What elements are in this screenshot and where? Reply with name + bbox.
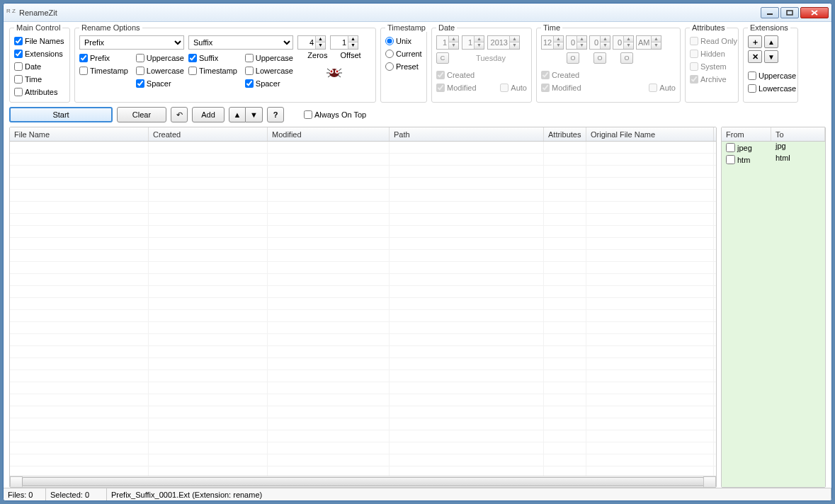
ext-row[interactable]: jpegjpg [722,142,825,154]
maximize-button[interactable] [780,7,799,18]
time-created-check[interactable]: Created [541,69,676,81]
main-control-file-names[interactable]: File Names [14,35,65,47]
time-ms-spinner[interactable]: ▲▼ [613,35,634,50]
prefix-case-lowercase[interactable]: Lowercase [136,65,184,76]
ext-row[interactable]: htmhtml [722,154,825,166]
table-row[interactable] [10,262,716,274]
add-button[interactable]: Add [192,107,225,122]
col-path[interactable]: Path [390,127,544,141]
table-row[interactable] [10,190,716,202]
ext-add-button[interactable]: ＋ [748,35,762,48]
date-created-check[interactable]: Created [436,69,527,81]
table-row[interactable] [10,322,716,334]
ext-col-to[interactable]: To [771,127,825,141]
close-button[interactable] [800,7,829,18]
minimize-button[interactable] [761,7,779,18]
help-button[interactable]: ? [267,107,284,122]
horizontal-scrollbar[interactable] [10,476,716,487]
table-row[interactable] [10,346,716,358]
attr-system[interactable]: System [690,61,734,72]
table-row[interactable] [10,442,716,454]
table-row[interactable] [10,286,716,298]
time-s-spinner[interactable]: ▲▼ [589,35,610,50]
extensions-grid[interactable]: From To jpegjpg htmhtml [721,127,826,488]
date-day-spinner[interactable]: ▲▼ [462,35,484,50]
date-month-spinner[interactable]: ▲▼ [436,35,459,50]
time-modified-check[interactable]: Modified [541,82,581,93]
titlebar[interactable]: R Z RenameZit [4,4,831,22]
time-auto-check[interactable]: Auto [649,82,676,93]
date-c-button[interactable]: C [436,52,449,64]
timestamp-current[interactable]: Current [385,48,422,59]
table-row[interactable] [10,250,716,262]
table-row[interactable] [10,466,716,476]
prefix-combo[interactable]: Prefix [79,35,184,50]
table-row[interactable] [10,418,716,430]
col-file-name[interactable]: File Name [10,127,149,141]
prefix-prefix[interactable]: Prefix [79,52,132,64]
main-control-date[interactable]: Date [14,61,65,72]
col-original-file-name[interactable]: Original File Name [586,127,714,141]
ext-col-from[interactable]: From [722,127,771,141]
ext-down-button[interactable]: ▼ [764,50,778,63]
time-h-spinner[interactable]: ▲▼ [541,35,564,50]
always-on-top-check[interactable]: Always On Top [304,109,366,120]
table-row[interactable] [10,154,716,166]
date-year-spinner[interactable]: ▲▼ [487,35,520,50]
date-modified-check[interactable]: Modified [436,82,477,93]
table-row[interactable] [10,358,716,370]
main-control-time[interactable]: Time [14,74,65,85]
prefix-case-spacer[interactable]: Spacer [136,78,184,89]
attr-read-only[interactable]: Read Only [690,35,734,47]
table-row[interactable] [10,334,716,346]
suffix-combo[interactable]: Suffix [188,35,293,50]
col-attributes[interactable]: Attributes [544,127,586,141]
ext-uppercase-check[interactable]: Uppercase [748,70,793,81]
table-row[interactable] [10,226,716,238]
time-o2-button[interactable]: O [593,52,606,64]
move-down-button[interactable]: ▼ [246,107,263,122]
ext-remove-button[interactable]: ✕ [748,50,762,63]
move-up-button[interactable]: ▲ [229,107,246,122]
table-row[interactable] [10,394,716,406]
table-row[interactable] [10,274,716,286]
attr-archive[interactable]: Archive [690,74,734,85]
table-row[interactable] [10,142,716,154]
zeros-spinner[interactable]: ▲▼ [297,35,326,50]
time-o3-button[interactable]: O [620,52,633,64]
table-row[interactable] [10,454,716,466]
ext-up-button[interactable]: ▲ [764,35,778,48]
table-row[interactable] [10,298,716,310]
time-ampm-spinner[interactable]: ▲▼ [636,35,661,50]
time-o1-button[interactable]: O [567,52,579,64]
col-created[interactable]: Created [149,127,268,141]
start-button[interactable]: Start [9,107,113,122]
time-m-spinner[interactable]: ▲▼ [566,35,587,50]
suffix-case-lowercase[interactable]: Lowercase [245,65,293,76]
attr-hidden[interactable]: Hidden [690,48,734,59]
suffix-suffix[interactable]: Suffix [188,52,241,64]
main-control-extensions[interactable]: Extensions [14,48,65,59]
timestamp-unix[interactable]: Unix [385,35,422,47]
table-row[interactable] [10,214,716,226]
prefix-timestamp[interactable]: Timestamp [79,65,132,76]
table-row[interactable] [10,430,716,442]
offset-spinner[interactable]: ▲▼ [330,35,358,50]
table-row[interactable] [10,202,716,214]
undo-button[interactable]: ↶ [171,107,188,122]
date-auto-check[interactable]: Auto [500,82,527,93]
suffix-case-spacer[interactable]: Spacer [245,78,293,89]
suffix-timestamp[interactable]: Timestamp [188,65,241,76]
prefix-case-uppercase[interactable]: Uppercase [136,52,184,64]
ext-lowercase-check[interactable]: Lowercase [748,83,793,94]
table-row[interactable] [10,382,716,394]
table-row[interactable] [10,238,716,250]
main-control-attributes[interactable]: Attributes [14,86,65,98]
table-row[interactable] [10,310,716,322]
table-row[interactable] [10,406,716,418]
clear-button[interactable]: Clear [117,107,166,122]
col-modified[interactable]: Modified [268,127,390,141]
file-grid[interactable]: File NameCreatedModifiedPathAttributesOr… [9,127,717,488]
table-row[interactable] [10,166,716,178]
suffix-case-uppercase[interactable]: Uppercase [245,52,293,64]
